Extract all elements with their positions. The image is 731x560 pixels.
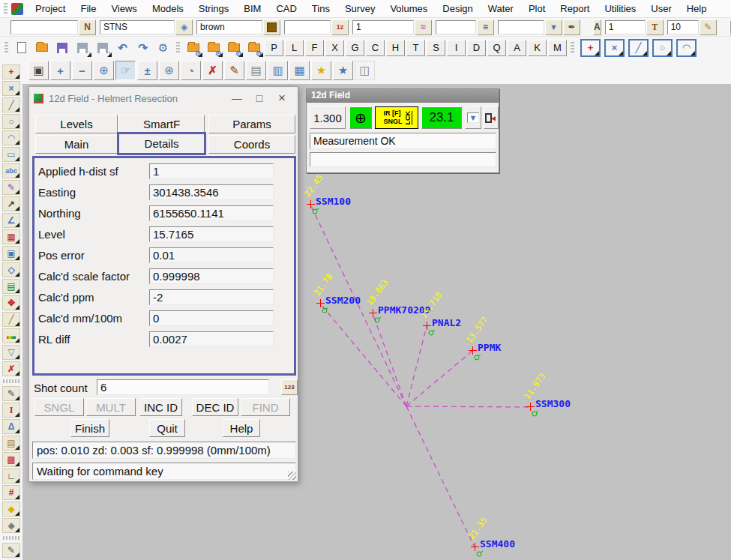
menu-volumes[interactable]: Volumes: [382, 1, 435, 16]
open-folder-button[interactable]: [32, 39, 51, 57]
letter-button-d[interactable]: D: [467, 40, 486, 56]
rectangle-tool-icon[interactable]: ▭: [2, 147, 20, 162]
railway-tool-icon[interactable]: #: [2, 485, 20, 500]
zoom-in-button[interactable]: +: [50, 61, 70, 80]
resize-grip[interactable]: [288, 472, 296, 480]
letter-button-c[interactable]: C: [366, 40, 385, 56]
find-button[interactable]: FIND: [241, 398, 290, 416]
pos-error-field[interactable]: 0.01: [149, 247, 274, 263]
letter-button-s[interactable]: S: [427, 40, 445, 56]
target-button[interactable]: ⊕: [349, 106, 372, 129]
save-button[interactable]: [52, 39, 71, 57]
letter-button-a[interactable]: A: [508, 40, 526, 56]
sngl-button[interactable]: SNGL: [34, 398, 84, 416]
menu-report[interactable]: Report: [553, 1, 597, 16]
line-tool-icon[interactable]: ╱: [2, 97, 20, 112]
toolbar-grip[interactable]: [3, 379, 19, 383]
rl-diff-field[interactable]: 0.0027: [149, 331, 274, 347]
weight-field[interactable]: 1: [352, 20, 414, 34]
letter-button-x[interactable]: X: [325, 40, 344, 56]
field-panel-title-bar[interactable]: 12d Field: [307, 89, 499, 103]
linestyle-field[interactable]: [436, 20, 476, 34]
letter-button-i[interactable]: I: [447, 40, 466, 56]
grid-tool-icon[interactable]: ▦: [2, 229, 20, 244]
measure-mode-button[interactable]: IR [F] SNGL LCK: [375, 106, 418, 129]
menu-water[interactable]: Water: [481, 1, 521, 16]
import-button[interactable]: ↓: [73, 39, 91, 57]
model-layers-icon[interactable]: ◈: [175, 19, 193, 35]
create-point-icon[interactable]: ↗: [2, 196, 20, 211]
calcd-ppm-field[interactable]: -2: [149, 289, 274, 305]
text-attributes-icon[interactable]: A: [593, 19, 601, 35]
shot-count-field[interactable]: 6: [97, 379, 269, 395]
snap-circle-button[interactable]: ○: [652, 39, 673, 57]
temperature-button[interactable]: 23.1: [421, 106, 462, 129]
zoom-centre-button[interactable]: ⊛: [159, 61, 179, 80]
mult-button[interactable]: MULT: [86, 398, 136, 416]
zoom-scale-button[interactable]: ±: [137, 61, 157, 80]
colour-swatch[interactable]: [263, 19, 280, 35]
colour-field[interactable]: brown: [196, 20, 262, 34]
move-tool-icon[interactable]: ✥: [2, 295, 20, 310]
zoom-extents-button[interactable]: ⊕: [94, 61, 114, 80]
menu-file[interactable]: File: [73, 1, 103, 16]
point-snap-icon[interactable]: +: [2, 64, 20, 79]
polygon-tool-icon[interactable]: ◇: [2, 262, 20, 277]
cascade-windows-button[interactable]: ▣: [28, 61, 49, 80]
quit-button[interactable]: Quit: [149, 419, 185, 437]
menu-cad[interactable]: CAD: [268, 1, 304, 16]
menu-user[interactable]: User: [643, 1, 679, 16]
redo-button[interactable]: ↷: [133, 39, 152, 57]
print-button[interactable]: ▤: [246, 61, 266, 80]
text-size-field[interactable]: 10: [667, 20, 699, 34]
settings-button[interactable]: ⚙: [154, 39, 172, 57]
project-tools-button-4[interactable]: ⚙: [244, 39, 263, 57]
symbol-tool-icon[interactable]: ▩: [2, 452, 20, 467]
menu-survey[interactable]: Survey: [337, 1, 382, 16]
tab-smartf[interactable]: SmartF: [118, 115, 205, 133]
t-style-icon[interactable]: T: [646, 19, 664, 35]
menu-project[interactable]: Project: [28, 1, 73, 16]
snap-line-button[interactable]: ╱: [628, 39, 649, 57]
numeric-keypad-icon[interactable]: 123: [281, 379, 298, 395]
letter-button-q[interactable]: Q: [487, 40, 506, 56]
project-tools-button-2[interactable]: ⚙: [204, 39, 223, 57]
inc-id-button[interactable]: INC ID: [139, 398, 182, 416]
tab-coords[interactable]: Coords: [208, 135, 295, 154]
toolbar-grip[interactable]: [176, 42, 180, 54]
symbol-field[interactable]: [498, 20, 544, 34]
store-button[interactable]: ▼: [465, 106, 481, 129]
project-tools-button-3[interactable]: ⚙: [224, 39, 243, 57]
cancel-redraw-button[interactable]: ✗: [202, 61, 223, 80]
snap-intersection-button[interactable]: ×: [604, 39, 625, 57]
extend-line-icon[interactable]: ╱: [2, 312, 20, 327]
maximize-icon[interactable]: □: [248, 92, 271, 104]
draw-name-field[interactable]: [10, 20, 78, 34]
menu-bim[interactable]: BIM: [236, 1, 268, 16]
menu-models[interactable]: Models: [145, 1, 191, 16]
project-tools-button-1[interactable]: ⚙: [184, 39, 202, 57]
close-icon[interactable]: ×: [271, 91, 293, 106]
northing-field[interactable]: 6155650.1141: [149, 205, 274, 221]
menu-views[interactable]: Views: [103, 1, 144, 16]
arc-tool-icon[interactable]: ◠: [2, 130, 20, 145]
menu-utilities[interactable]: Utilities: [597, 1, 643, 16]
z-value-icon[interactable]: 1z: [331, 19, 349, 35]
tab-main[interactable]: Main: [35, 135, 118, 154]
copy-view-button[interactable]: ▥: [268, 61, 288, 80]
menu-strings[interactable]: Strings: [191, 1, 236, 16]
exit-button[interactable]: ◄: [484, 106, 499, 129]
perpendicular-tool-icon[interactable]: ∠: [2, 213, 20, 228]
menu-help[interactable]: Help: [679, 1, 715, 16]
finish-button[interactable]: Finish: [70, 419, 109, 437]
image-tool-icon[interactable]: ▤: [2, 279, 20, 294]
toolbar-grip[interactable]: [3, 536, 19, 540]
name-toggle-icon[interactable]: N: [79, 19, 96, 35]
toolbar-grip[interactable]: [4, 3, 7, 15]
text-style-field[interactable]: 1: [605, 20, 646, 34]
letter-button-p[interactable]: P: [265, 40, 283, 56]
dec-id-button[interactable]: DEC ID: [192, 398, 238, 416]
triangle-dropdown-icon[interactable]: ▼: [545, 19, 562, 35]
letter-button-k[interactable]: K: [528, 40, 547, 56]
intersection-snap-icon[interactable]: ×: [2, 81, 20, 96]
